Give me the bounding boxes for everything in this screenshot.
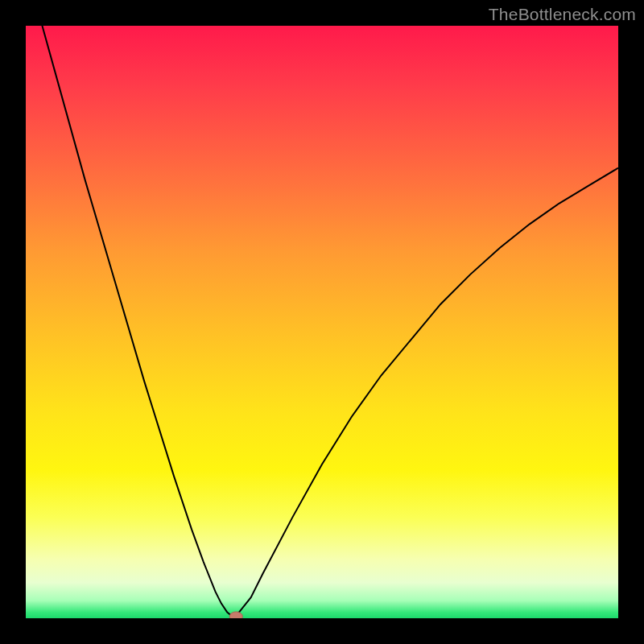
plot-area [26, 26, 618, 618]
watermark-text: TheBottleneck.com [489, 5, 636, 24]
minimum-marker-icon [229, 612, 242, 618]
bottleneck-curve [26, 26, 618, 618]
chart-frame: TheBottleneck.com [0, 0, 644, 644]
